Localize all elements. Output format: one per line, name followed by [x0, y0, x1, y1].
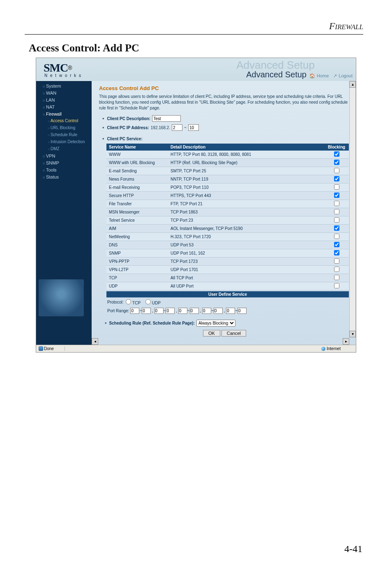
sidebar-item-status[interactable]: Status	[39, 174, 92, 181]
blocking-checkbox[interactable]	[334, 168, 339, 173]
blocking-checkbox[interactable]	[334, 234, 339, 239]
svc-detail-cell: FTP, TCP Port 21	[168, 200, 324, 208]
sidebar-sub-dmz[interactable]: DMZ	[39, 146, 92, 153]
port-from-input[interactable]	[178, 308, 187, 314]
sched-select[interactable]: Always Blocking	[196, 320, 235, 327]
status-right: Internet	[319, 346, 356, 351]
scroll-down-button[interactable]: ▾	[349, 331, 356, 337]
proto-udp-label[interactable]: UDP	[145, 299, 161, 305]
blocking-checkbox[interactable]	[334, 151, 339, 157]
blocking-checkbox[interactable]	[334, 209, 339, 214]
svc-detail-cell: All UDP Port	[168, 282, 324, 290]
svc-name-cell: File Transfer	[106, 200, 168, 208]
logo: SMC® N e t w o r k s	[36, 61, 82, 78]
port-to-input[interactable]	[238, 308, 247, 314]
blocking-checkbox[interactable]	[334, 193, 339, 198]
scroll-right-button[interactable]: ▸	[343, 338, 349, 345]
client-ip-from[interactable]	[172, 124, 182, 131]
port-to-input[interactable]	[214, 308, 223, 314]
port-from-input[interactable]	[226, 308, 235, 314]
comma-sep: ,	[175, 309, 178, 313]
svc-block-cell	[324, 167, 349, 175]
blocking-checkbox[interactable]	[334, 201, 339, 206]
blocking-checkbox[interactable]	[334, 283, 339, 288]
svc-name-cell: NetMeeting	[106, 233, 168, 241]
sidebar-item-wan[interactable]: WAN	[39, 90, 92, 97]
globe-icon	[321, 347, 325, 351]
port-from-input[interactable]	[130, 308, 139, 314]
blocking-checkbox[interactable]	[334, 267, 339, 272]
doc-rule	[25, 34, 363, 35]
proto-udp-text: UDP	[152, 301, 161, 305]
th-block: Blocking	[324, 144, 349, 151]
sidebar-item-system[interactable]: System	[39, 83, 92, 90]
scrollbar-vertical[interactable]	[349, 88, 356, 331]
sidebar-item-vpn[interactable]: VPN	[39, 153, 92, 160]
svc-name-cell: MSN Messenger	[106, 208, 168, 216]
svc-detail-cell: TCP Port 1723	[168, 258, 324, 266]
client-desc-input[interactable]	[152, 115, 181, 122]
proto-udp-radio[interactable]	[145, 299, 151, 304]
svc-name-cell: AIM	[106, 225, 168, 233]
blocking-checkbox[interactable]	[334, 275, 339, 280]
port-to-input[interactable]	[142, 308, 151, 314]
button-row: OK Cancel	[99, 330, 350, 337]
svc-block-cell	[324, 225, 349, 233]
status-left: Done	[36, 346, 65, 351]
blocking-checkbox[interactable]	[334, 258, 339, 264]
sidebar-sub-schedule-rule[interactable]: Schedule Rule	[39, 132, 92, 139]
proto-tcp-text: TCP	[132, 301, 141, 305]
home-link[interactable]: Home	[317, 73, 329, 78]
sidebar-sub-access-control[interactable]: Access Control	[39, 118, 92, 125]
blocking-checkbox[interactable]	[334, 225, 339, 231]
intro-text: This page allows users to define service…	[99, 94, 350, 111]
svc-block-cell	[324, 159, 349, 167]
blocking-checkbox[interactable]	[334, 242, 339, 247]
table-row: File TransferFTP, TCP Port 21	[106, 200, 349, 208]
svc-detail-cell: HTTP (Ref. URL Blocking Site Page)	[168, 159, 324, 167]
protocol-row: Protocol: TCP UDP	[107, 299, 350, 305]
port-from-input[interactable]	[154, 308, 164, 314]
svc-name-cell: VPN-PPTP	[106, 258, 168, 266]
blocking-checkbox[interactable]	[334, 184, 339, 190]
svc-detail-cell: HTTP, TCP Port 80, 3128, 8000, 8080, 808…	[168, 151, 324, 159]
port-to-input[interactable]	[190, 308, 199, 314]
logo-sup: ®	[68, 65, 72, 71]
ok-button[interactable]: OK	[203, 330, 220, 337]
sidebar-item-snmp[interactable]: SNMP	[39, 160, 92, 167]
blocking-checkbox[interactable]	[334, 250, 339, 255]
port-range-label: Port Range:	[107, 309, 129, 313]
sidebar-item-firewall[interactable]: Firewall	[39, 111, 92, 118]
port-to-input[interactable]	[166, 308, 175, 314]
table-row: E-mail ReceivingPOP3, TCP Port 110	[106, 183, 349, 192]
table-row: DNSUDP Port 53	[106, 241, 349, 249]
svc-detail-cell: TCP Port 1863	[168, 208, 324, 216]
client-ip-to[interactable]	[188, 124, 199, 131]
svc-block-cell	[324, 151, 349, 159]
blocking-checkbox[interactable]	[334, 176, 339, 181]
proto-tcp-label[interactable]: TCP	[126, 299, 141, 305]
sidebar-item-lan[interactable]: LAN	[39, 97, 92, 104]
logout-icon[interactable]: ↗	[333, 73, 337, 78]
proto-tcp-radio[interactable]	[126, 299, 131, 304]
svc-block-cell	[324, 249, 349, 258]
comma-sep: ,	[223, 309, 226, 313]
blocking-checkbox[interactable]	[334, 160, 339, 165]
blocking-checkbox[interactable]	[334, 217, 339, 223]
cancel-button[interactable]: Cancel	[221, 330, 246, 337]
scroll-left-button[interactable]: ◂	[92, 338, 98, 345]
sidebar-sub-url-blocking[interactable]: URL Blocking	[39, 125, 92, 132]
sidebar-item-nat[interactable]: NAT	[39, 104, 92, 111]
table-row: MSN MessengerTCP Port 1863	[106, 208, 349, 216]
home-icon[interactable]: 🏠	[309, 73, 315, 78]
sidebar-item-tools[interactable]: Tools	[39, 167, 92, 174]
scheduling-row: Scheduling Rule (Ref. Schedule Rule Page…	[105, 320, 350, 327]
port-from-input[interactable]	[202, 308, 211, 314]
scroll-up-button[interactable]: ▴	[349, 81, 356, 88]
svc-block-cell	[324, 183, 349, 192]
sidebar-sub-intrusion[interactable]: Intrusion Detection	[39, 139, 92, 146]
svc-block-cell	[324, 282, 349, 290]
logout-link[interactable]: Logout	[339, 73, 353, 78]
th-service: Service Name	[106, 144, 168, 151]
client-ip-row: Client PC IP Address: 192.168.2. ~	[102, 124, 350, 131]
